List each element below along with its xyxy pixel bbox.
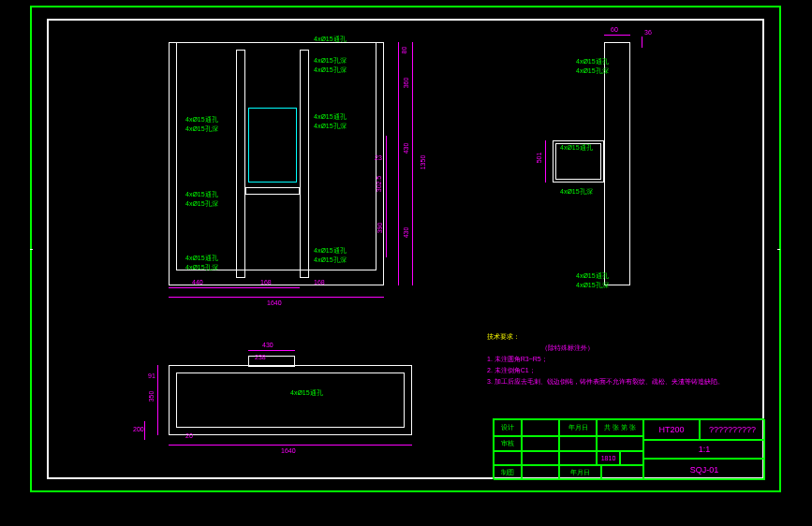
hole-label: 4xØ15孔深 [576, 281, 609, 290]
hole-label: 4xØ15通孔 [314, 246, 347, 256]
tech-notes: 技术要求： （除特殊标注外） 1. 未注圆角R3~R5； 2. 未注倒角C1； … [487, 332, 759, 387]
dimension: 360 [403, 78, 409, 89]
tb-qty: 共 张 第 张 [597, 419, 643, 436]
dimension: 1640 [281, 447, 296, 454]
hole-label: 4xØ15通孔 [576, 57, 609, 66]
dimension: 20 [185, 432, 193, 439]
dimension: 200 [133, 426, 144, 432]
tb-designed: 设计 [494, 419, 522, 436]
dimension: 350 [148, 391, 155, 402]
tb-date: 年月日 [559, 419, 597, 436]
tb-company: ?????????? [700, 419, 765, 440]
hole-label: 4xØ15孔深 [314, 122, 347, 131]
hole-label: 4xØ15通孔 [185, 115, 218, 124]
note-line: （除特殊标注外） [541, 343, 812, 353]
hole-label: 4xØ15通孔 [560, 143, 593, 153]
hole-label: 4xØ15孔深 [314, 56, 347, 66]
dimension: 36 [644, 29, 652, 36]
dimension: 440 [192, 279, 203, 285]
dimension: 168 [260, 279, 272, 285]
ruler-tick [30, 249, 33, 250]
note-line: 2. 未注倒角C1； [487, 366, 759, 375]
tb-sheet: 1810 [597, 451, 620, 465]
note-line: 1. 未注圆角R3~R5； [487, 355, 759, 364]
tb-material: HT200 [643, 419, 700, 440]
tb-date2: 年月日 [559, 465, 601, 480]
hole-label: 4xØ15通孔 [576, 271, 609, 281]
hole-label: 4xØ15通孔 [185, 254, 218, 263]
tb-scale: 1:1 [643, 440, 765, 459]
dimension: 430 [262, 342, 273, 348]
hole-label: 4xØ15孔深 [314, 256, 347, 265]
hole-label: 4xØ15通孔 [314, 35, 347, 44]
dimension: 430 [403, 227, 409, 239]
dimension: 23 [375, 154, 382, 161]
dimension: 238 [255, 354, 266, 360]
dimension: 390 [376, 223, 383, 234]
hole-label: 4xØ15孔深 [185, 124, 218, 134]
dimension: 302.5 [376, 176, 382, 193]
note-line: 3. 加工后应去毛刺、锐边倒钝，铸件表面不允许有裂纹、疏松、夹渣等铸造缺陷。 [487, 377, 759, 387]
tb-drawing-no: SQJ-01 [643, 459, 765, 480]
dimension: 1640 [267, 300, 282, 306]
hole-label: 4xØ15通孔 [185, 190, 218, 199]
hole-label: 4xØ15孔深 [185, 263, 218, 272]
dimension: 80 [401, 47, 407, 54]
hole-label: 4xØ15孔深 [185, 199, 218, 209]
front-view: 4xØ15通孔 4xØ15孔深 4xØ15通孔 4xØ15孔深 4xØ15通孔 … [169, 42, 384, 285]
dimension: 1350 [420, 155, 426, 170]
top-view: 4xØ15通孔 1640 350 91 200 430 238 20 [169, 356, 412, 449]
hole-label: 4xØ15通孔 [290, 388, 323, 398]
hole-label: 4xØ15孔深 [560, 187, 593, 197]
hole-label: 4xØ15通孔 [314, 112, 347, 122]
ruler-tick [777, 249, 780, 250]
dimension: 91 [148, 373, 155, 379]
tb-drawn: 制图 [494, 465, 522, 480]
dimension: 168 [314, 279, 325, 285]
title-block: 设计 年月日 共 张 第 张 审核 1810 制图 年月日 HT200 ????… [493, 418, 764, 479]
hole-label: 4xØ15孔深 [314, 66, 347, 75]
note-title: 技术要求： [487, 332, 759, 342]
hole-label: 4xØ15孔深 [576, 66, 609, 76]
side-view: 4xØ15通孔 4xØ15孔深 4xØ15通孔 4xØ15孔深 4xØ15通孔 … [534, 42, 712, 285]
dimension: 501 [536, 153, 542, 164]
dimension: 60 [611, 26, 618, 33]
dimension: 430 [403, 143, 409, 154]
tb-checked: 审核 [494, 436, 522, 451]
